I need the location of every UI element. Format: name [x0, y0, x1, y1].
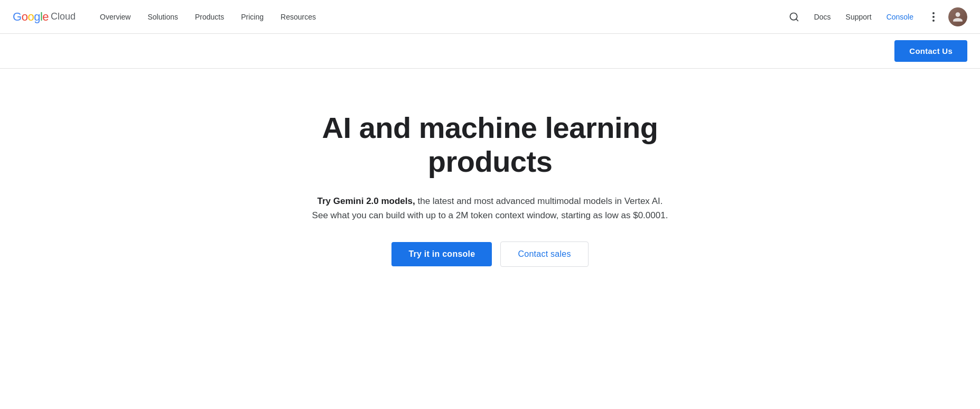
more-options-button[interactable]	[923, 6, 944, 27]
cloud-text: Cloud	[51, 11, 76, 22]
docs-link[interactable]: Docs	[809, 8, 836, 25]
contact-us-button[interactable]: Contact Us	[894, 40, 967, 62]
hero-description: Try Gemini 2.0 models, the latest and mo…	[311, 194, 670, 222]
user-avatar-image	[948, 7, 967, 26]
hero-description-bold: Try Gemini 2.0 models,	[318, 196, 415, 206]
nav-right: Docs Support Console	[783, 6, 967, 27]
search-icon	[789, 12, 799, 22]
nav-item-overview[interactable]: Overview	[92, 8, 138, 25]
navbar: Google Cloud Overview Solutions Products…	[0, 0, 980, 34]
search-button[interactable]	[783, 6, 805, 27]
nav-item-pricing[interactable]: Pricing	[234, 8, 271, 25]
google-logo: Google	[13, 10, 49, 24]
nav-item-solutions[interactable]: Solutions	[140, 8, 185, 25]
logo-link[interactable]: Google Cloud	[13, 10, 76, 24]
hero-section: AI and machine learning products Try Gem…	[0, 69, 980, 299]
avatar[interactable]	[948, 7, 967, 26]
nav-item-products[interactable]: Products	[188, 8, 231, 25]
nav-item-resources[interactable]: Resources	[273, 8, 323, 25]
try-console-button[interactable]: Try it in console	[391, 242, 492, 266]
more-dots-icon	[932, 12, 935, 22]
hero-buttons: Try it in console Contact sales	[391, 241, 588, 267]
svg-line-1	[796, 18, 798, 21]
support-link[interactable]: Support	[841, 8, 877, 25]
hero-title: AI and machine learning products	[305, 111, 675, 179]
nav-links: Overview Solutions Products Pricing Reso…	[92, 8, 783, 25]
contact-sales-button[interactable]: Contact sales	[500, 241, 588, 267]
console-link[interactable]: Console	[881, 8, 919, 25]
sticky-bar: Contact Us	[0, 34, 980, 69]
